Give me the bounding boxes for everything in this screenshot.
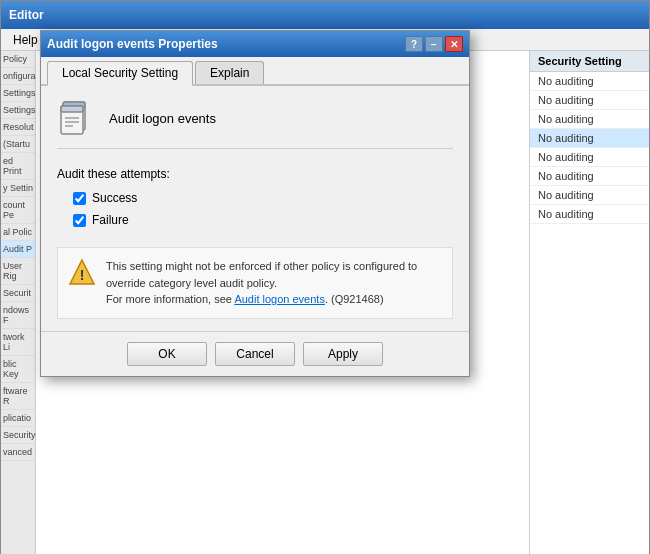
audit-label: Audit these attempts: xyxy=(57,167,453,181)
dialog-content: Audit logon events Audit these attempts:… xyxy=(41,86,469,331)
sidebar-pubkey[interactable]: blic Key xyxy=(1,356,35,383)
warning-text1: This setting might not be enforced if ot… xyxy=(106,260,417,289)
success-row: Success xyxy=(73,191,453,205)
sidebar-network[interactable]: twork Li xyxy=(1,329,35,356)
minimize-button[interactable]: − xyxy=(425,36,443,52)
sidebar-advanced[interactable]: vanced xyxy=(1,444,35,461)
sidebar-edprint[interactable]: ed Print xyxy=(1,153,35,180)
right-item-2: No auditing xyxy=(530,110,649,129)
policy-icon xyxy=(57,98,97,138)
right-item-3: No auditing xyxy=(530,129,649,148)
right-item-6: No auditing xyxy=(530,186,649,205)
failure-row: Failure xyxy=(73,213,453,227)
warning-text3: . (Q921468) xyxy=(325,293,384,305)
sidebar-audit[interactable]: Audit P xyxy=(1,241,35,258)
security-setting-header: Security Setting xyxy=(530,51,649,72)
sidebar-startup[interactable]: (Startu xyxy=(1,136,35,153)
failure-label: Failure xyxy=(92,213,129,227)
sidebar-alpolic[interactable]: al Polic xyxy=(1,224,35,241)
dialog-tabs: Local Security Setting Explain xyxy=(41,57,469,86)
svg-text:!: ! xyxy=(80,267,85,283)
sidebar-resolut[interactable]: Resolut xyxy=(1,119,35,136)
success-label: Success xyxy=(92,191,137,205)
apply-button[interactable]: Apply xyxy=(303,342,383,366)
right-item-0: No auditing xyxy=(530,72,649,91)
policy-name: Audit logon events xyxy=(109,111,216,126)
sidebar-settings1[interactable]: Settings xyxy=(1,85,35,102)
dialog-footer: OK Cancel Apply xyxy=(41,331,469,376)
sidebar-sec2[interactable]: Security xyxy=(1,427,35,444)
dialog-title: Audit logon events Properties xyxy=(47,37,218,51)
close-button[interactable]: ✕ xyxy=(445,36,463,52)
sidebar-userrights[interactable]: User Rig xyxy=(1,258,35,285)
tab-explain[interactable]: Explain xyxy=(195,61,264,84)
titlebar-buttons: ? − ✕ xyxy=(405,36,463,52)
warning-icon: ! xyxy=(68,258,96,286)
sidebar-security[interactable]: Securit xyxy=(1,285,35,302)
audit-properties-dialog: Audit logon events Properties ? − ✕ Loca… xyxy=(40,30,470,377)
bg-right-panel: Security Setting No auditing No auditing… xyxy=(529,51,649,554)
warning-text: This setting might not be enforced if ot… xyxy=(106,258,442,308)
right-item-1: No auditing xyxy=(530,91,649,110)
sidebar-software[interactable]: ftware R xyxy=(1,383,35,410)
right-item-4: No auditing xyxy=(530,148,649,167)
help-button[interactable]: ? xyxy=(405,36,423,52)
warning-text2: For more information, see xyxy=(106,293,234,305)
dialog-titlebar: Audit logon events Properties ? − ✕ xyxy=(41,31,469,57)
sidebar-windows[interactable]: ndows F xyxy=(1,302,35,329)
warning-box: ! This setting might not be enforced if … xyxy=(57,247,453,319)
policy-icon-svg xyxy=(59,100,95,136)
cancel-button[interactable]: Cancel xyxy=(215,342,295,366)
ok-button[interactable]: OK xyxy=(127,342,207,366)
bg-sidebar: Policy onfigura Settings Settings Resolu… xyxy=(1,51,36,554)
sidebar-config[interactable]: onfigura xyxy=(1,68,35,85)
sidebar-settings2[interactable]: Settings xyxy=(1,102,35,119)
sidebar-countpe[interactable]: count Pe xyxy=(1,197,35,224)
bg-title: Editor xyxy=(9,8,44,22)
right-item-5: No auditing xyxy=(530,167,649,186)
success-checkbox[interactable] xyxy=(73,192,86,205)
right-item-7: No auditing xyxy=(530,205,649,224)
sidebar-policy[interactable]: Policy xyxy=(1,51,35,68)
sidebar-applic[interactable]: plicatio xyxy=(1,410,35,427)
policy-header: Audit logon events xyxy=(57,98,453,149)
warning-link[interactable]: Audit logon events xyxy=(234,293,325,305)
failure-checkbox[interactable] xyxy=(73,214,86,227)
bg-titlebar: Editor xyxy=(1,1,649,29)
svg-rect-3 xyxy=(61,106,83,112)
sidebar-yset[interactable]: y Settin xyxy=(1,180,35,197)
tab-local-security[interactable]: Local Security Setting xyxy=(47,61,193,86)
